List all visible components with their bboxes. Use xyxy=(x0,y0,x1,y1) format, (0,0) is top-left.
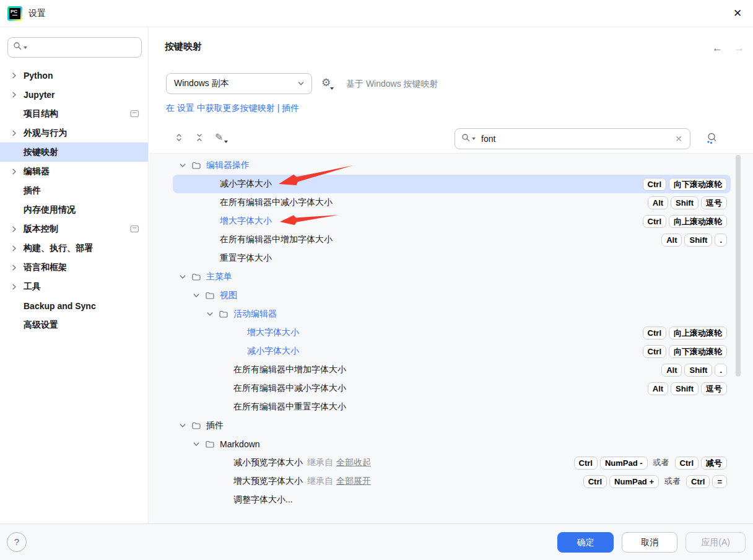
sidebar-item-9[interactable]: 版本控制 xyxy=(0,219,148,238)
key-badge: Ctrl xyxy=(643,326,666,339)
tree-row-label: 在所有编辑器中增加字体大小 xyxy=(233,364,346,375)
tree-action-row[interactable]: 调整字体大小... xyxy=(173,491,731,509)
sidebar-search-input[interactable] xyxy=(27,42,136,53)
expand-all-icon[interactable] xyxy=(174,133,184,142)
pycharm-logo-icon: PC xyxy=(7,6,22,21)
tree-action-row[interactable]: 在所有编辑器中减小字体大小AltShift逗号 xyxy=(173,379,731,398)
sidebar-item-label: 编辑器 xyxy=(24,166,50,177)
title-bar: PC 设置 ✕ xyxy=(0,0,753,27)
tree-row-label: 重置字体大小 xyxy=(220,253,272,264)
search-icon xyxy=(13,42,22,53)
tree-action-row[interactable]: 增大字体大小Ctrl向上滚动滚轮 xyxy=(173,323,731,342)
inherited-action-link[interactable]: 全部展开 xyxy=(336,476,371,487)
cancel-button[interactable]: 取消 xyxy=(622,532,677,553)
help-icon[interactable]: ? xyxy=(7,532,27,552)
shortcut-keys: Ctrl向上滚动滚轮 xyxy=(643,326,727,339)
sidebar-item-14[interactable]: 高级设置 xyxy=(0,315,148,335)
sidebar-item-13[interactable]: Backup and Sync xyxy=(0,296,148,315)
sidebar-item-label: 语言和框架 xyxy=(24,262,67,273)
action-search-box[interactable]: ✕ xyxy=(455,128,690,149)
chevron-right-icon[interactable] xyxy=(10,71,19,80)
tree-action-row[interactable]: 在所有编辑器中增加字体大小AltShift. xyxy=(173,230,731,249)
key-badge: 向上滚动滚轮 xyxy=(669,326,727,339)
tree-folder-row[interactable]: Markdown xyxy=(173,435,731,453)
key-badge: 逗号 xyxy=(701,382,727,395)
find-by-shortcut-icon[interactable] xyxy=(705,131,718,147)
keymap-selector[interactable]: Windows 副本 xyxy=(166,73,312,94)
get-more-keymaps-link[interactable]: 在 设置 中获取更多按键映射 xyxy=(166,103,275,113)
tree-folder-row[interactable]: 视图 xyxy=(173,286,731,305)
close-icon[interactable]: ✕ xyxy=(731,7,744,20)
key-badge: . xyxy=(715,364,727,377)
tree-row-label: 增大字体大小 xyxy=(247,327,299,338)
folder-icon xyxy=(191,421,201,431)
sidebar-item-label: 工具 xyxy=(24,281,41,292)
chevron-right-icon[interactable] xyxy=(10,282,19,291)
tree-row-label: 主菜单 xyxy=(206,271,232,282)
tree-row-label: 增大预览字体大小 xyxy=(233,476,303,487)
chevron-right-icon[interactable] xyxy=(10,263,19,272)
chevron-right-icon[interactable] xyxy=(10,244,19,253)
sidebar-item-3[interactable]: 项目结构 xyxy=(0,104,148,123)
chevron-down-icon[interactable] xyxy=(191,291,201,300)
tree-action-row[interactable]: 增大预览字体大小继承自全部展开CtrlNumPad +或者Ctrl= xyxy=(173,472,731,491)
keymap-options-button[interactable]: ⚙ xyxy=(321,76,334,90)
inherited-from-label: 继承自 xyxy=(307,457,333,468)
sidebar-item-2[interactable]: Jupyter xyxy=(0,85,148,104)
sidebar-search-box[interactable] xyxy=(7,37,142,58)
chevron-down-icon[interactable] xyxy=(178,273,188,281)
shortcut-keys: AltShift逗号 xyxy=(648,382,727,395)
chevron-right-icon[interactable] xyxy=(10,225,19,234)
tree-folder-row[interactable]: 编辑器操作 xyxy=(173,156,731,175)
sidebar-item-5[interactable]: 按键映射 xyxy=(0,142,148,162)
folder-icon xyxy=(205,439,215,449)
chevron-down-icon xyxy=(297,79,305,88)
shortcut-keys: AltShift逗号 xyxy=(648,196,727,209)
tree-action-row[interactable]: 在所有编辑器中重置字体大小 xyxy=(173,398,731,416)
sidebar-item-1[interactable]: Python xyxy=(0,66,148,85)
tree-action-row[interactable]: 减小字体大小Ctrl向下滚动滚轮 xyxy=(173,175,731,193)
inherited-action-link[interactable]: 全部收起 xyxy=(336,457,371,468)
tree-folder-row[interactable]: 插件 xyxy=(173,416,731,435)
vertical-scrollbar[interactable] xyxy=(736,155,741,377)
chevron-right-icon[interactable] xyxy=(10,129,19,138)
sidebar-item-label: 高级设置 xyxy=(24,320,58,331)
tree-action-row[interactable]: 增大字体大小Ctrl向上滚动滚轮 xyxy=(173,212,731,230)
edit-shortcut-icon[interactable]: ✎ xyxy=(215,131,228,143)
chevron-down-icon[interactable] xyxy=(191,440,201,448)
tree-action-row[interactable]: 在所有编辑器中增加字体大小AltShift. xyxy=(173,361,731,379)
sidebar-item-4[interactable]: 外观与行为 xyxy=(0,123,148,142)
clear-search-icon[interactable]: ✕ xyxy=(674,134,684,144)
key-badge: Alt xyxy=(661,234,682,247)
plugins-link[interactable]: 插件 xyxy=(282,103,299,113)
sidebar-item-6[interactable]: 编辑器 xyxy=(0,162,148,181)
tree-folder-row[interactable]: 活动编辑器 xyxy=(173,305,731,323)
sidebar-item-10[interactable]: 构建、执行、部署 xyxy=(0,238,148,258)
window-title: 设置 xyxy=(28,8,46,19)
key-badge: 向上滚动滚轮 xyxy=(669,215,727,228)
chevron-down-icon[interactable] xyxy=(178,421,188,430)
sidebar-item-label: 插件 xyxy=(24,185,41,196)
tree-action-row[interactable]: 减小字体大小Ctrl向下滚动滚轮 xyxy=(173,342,731,361)
folder-icon xyxy=(205,291,215,300)
collapse-all-icon[interactable] xyxy=(194,133,204,142)
tree-row-label: 增大字体大小 xyxy=(220,216,272,227)
tree-folder-row[interactable]: 主菜单 xyxy=(173,268,731,286)
sidebar-item-7[interactable]: 插件 xyxy=(0,181,148,200)
tree-action-row[interactable]: 在所有编辑器中减小字体大小AltShift逗号 xyxy=(173,193,731,212)
action-search-input[interactable] xyxy=(480,133,674,144)
back-arrow-icon[interactable]: ← xyxy=(712,42,723,55)
chevron-right-icon[interactable] xyxy=(10,167,19,176)
tree-action-row[interactable]: 减小预览字体大小继承自全部收起CtrlNumPad -或者Ctrl减号 xyxy=(173,453,731,472)
chevron-down-icon[interactable] xyxy=(205,310,215,318)
chevron-right-icon[interactable] xyxy=(10,90,19,99)
sidebar-item-label: Jupyter xyxy=(24,90,55,100)
ok-button[interactable]: 确定 xyxy=(557,532,614,553)
sidebar-item-12[interactable]: 工具 xyxy=(0,277,148,296)
sidebar-item-11[interactable]: 语言和框架 xyxy=(0,258,148,277)
chevron-down-icon[interactable] xyxy=(178,161,188,170)
tree-action-row[interactable]: 重置字体大小 xyxy=(173,249,731,268)
sidebar-item-8[interactable]: 内存使用情况 xyxy=(0,200,148,219)
tree-row-label: 编辑器操作 xyxy=(206,160,250,171)
keymap-selector-value: Windows 副本 xyxy=(174,78,297,89)
